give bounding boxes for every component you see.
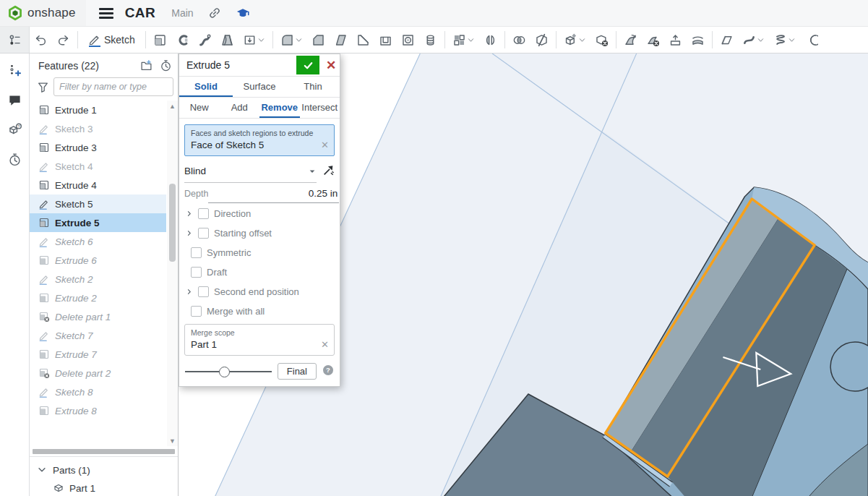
toolbar-mirror-button[interactable] bbox=[479, 27, 502, 53]
rail-featurescript-help-button[interactable]: ? bbox=[8, 123, 22, 137]
filter-input[interactable] bbox=[53, 77, 173, 96]
feature-item[interactable]: Extrude 4 bbox=[30, 176, 166, 194]
chevron-down-icon[interactable] bbox=[257, 36, 265, 44]
tab-remove[interactable]: Remove bbox=[259, 98, 300, 118]
chevron-down-icon[interactable] bbox=[757, 36, 765, 44]
workspace-name[interactable]: Main bbox=[171, 7, 193, 19]
selection-field[interactable]: Faces and sketch regions to extrude Face… bbox=[184, 124, 335, 156]
checkbox[interactable] bbox=[198, 208, 209, 219]
toolbar-thicken-button[interactable] bbox=[239, 27, 270, 53]
feature-item[interactable]: Sketch 5 bbox=[30, 194, 166, 213]
feature-item[interactable]: Extrude 7 bbox=[30, 345, 166, 364]
clear-merge-scope-icon[interactable]: ✕ bbox=[321, 339, 329, 350]
checkbox[interactable] bbox=[191, 306, 202, 317]
share-link-icon[interactable] bbox=[208, 7, 221, 20]
feature-item[interactable]: Extrude 8 bbox=[30, 401, 166, 420]
feature-item[interactable]: Extrude 3 bbox=[30, 138, 166, 157]
toolbar-plane-button[interactable] bbox=[716, 27, 738, 53]
rollback-bar[interactable] bbox=[33, 449, 175, 454]
toolbar-curve-button[interactable] bbox=[800, 27, 822, 53]
toolbar-chamfer-button[interactable] bbox=[307, 27, 330, 53]
feature-item[interactable]: Delete part 2 bbox=[30, 364, 166, 382]
onshape-logo[interactable]: onshape bbox=[0, 0, 86, 26]
toolbar-replace-face-button[interactable] bbox=[664, 27, 687, 53]
tab-solid[interactable]: Solid bbox=[179, 77, 233, 97]
feature-item[interactable]: Sketch 3 bbox=[30, 119, 166, 138]
tab-surface[interactable]: Surface bbox=[233, 77, 286, 97]
toolbar-revolve-button[interactable] bbox=[171, 27, 194, 53]
feature-item[interactable]: Sketch 4 bbox=[30, 157, 166, 176]
chevron-right-icon[interactable] bbox=[186, 288, 193, 296]
checkbox[interactable] bbox=[198, 228, 209, 239]
depth-input[interactable] bbox=[208, 185, 339, 203]
tab-new[interactable]: New bbox=[179, 98, 220, 118]
scroll-up-icon[interactable]: ▲ bbox=[167, 101, 178, 111]
flip-direction-button[interactable] bbox=[322, 164, 335, 179]
rail-insert-plus-button[interactable] bbox=[8, 64, 22, 77]
toolbar-fillet-button[interactable] bbox=[276, 27, 307, 53]
feature-item[interactable]: Sketch 2 bbox=[30, 270, 166, 288]
toolbar-loft-button[interactable] bbox=[216, 27, 239, 53]
chevron-right-icon[interactable] bbox=[186, 210, 193, 218]
checkbox[interactable] bbox=[191, 247, 202, 258]
toolbar-extrude-button[interactable] bbox=[149, 27, 171, 53]
toolbar-delete-part-button[interactable] bbox=[590, 27, 613, 53]
document-menu-icon[interactable] bbox=[99, 6, 113, 21]
toolbar-redo-button[interactable] bbox=[52, 27, 74, 53]
toolbar-sweep-button[interactable] bbox=[194, 27, 216, 53]
new-folder-icon[interactable] bbox=[140, 59, 152, 72]
toolbar-split-button[interactable] bbox=[530, 27, 553, 53]
preview-slider-handle[interactable] bbox=[219, 367, 230, 377]
toolbar-fill-surface-button[interactable] bbox=[738, 27, 769, 53]
toolbar-boolean-button[interactable] bbox=[508, 27, 530, 53]
rail-stopwatch-button[interactable] bbox=[8, 153, 22, 166]
rail-comment-button[interactable] bbox=[8, 93, 22, 107]
chevron-down-icon[interactable] bbox=[578, 36, 586, 44]
feature-item[interactable]: Extrude 1 bbox=[30, 101, 166, 119]
help-icon[interactable]: ? bbox=[322, 364, 334, 378]
parts-section-header[interactable]: Parts (1) bbox=[30, 461, 178, 479]
toolbar-thread-button[interactable] bbox=[419, 27, 442, 53]
toolbar-offset-surface-button[interactable] bbox=[687, 27, 709, 53]
toolbar-rib-button[interactable] bbox=[352, 27, 374, 53]
toolbar-linear-pattern-button[interactable] bbox=[448, 27, 479, 53]
chevron-down-icon[interactable] bbox=[467, 36, 475, 44]
chevron-down-icon[interactable] bbox=[788, 36, 796, 44]
accept-button[interactable] bbox=[296, 56, 319, 74]
toolbar-feature-list-toggle-button[interactable] bbox=[0, 27, 30, 53]
clear-selection-icon[interactable]: ✕ bbox=[321, 140, 329, 150]
filter-icon[interactable] bbox=[37, 81, 49, 93]
merge-scope-field[interactable]: Merge scope Part 1 ✕ bbox=[184, 324, 335, 356]
scroll-down-icon[interactable]: ▼ bbox=[167, 435, 178, 446]
end-condition-dropdown[interactable]: Blind bbox=[184, 161, 317, 183]
final-button[interactable]: Final bbox=[278, 363, 317, 380]
learning-center-icon[interactable] bbox=[236, 6, 250, 20]
toolbar-draft-button[interactable] bbox=[330, 27, 352, 53]
preview-slider[interactable] bbox=[185, 366, 272, 377]
toolbar-undo-button[interactable] bbox=[30, 27, 52, 53]
tab-add[interactable]: Add bbox=[220, 98, 260, 118]
feature-list-scrollbar[interactable]: ▲ ▼ bbox=[167, 101, 178, 446]
toolbar-shell-button[interactable] bbox=[374, 27, 397, 53]
toolbar-helix-button[interactable] bbox=[769, 27, 800, 53]
scrollbar-thumb[interactable] bbox=[169, 184, 176, 262]
feature-statistics-icon[interactable] bbox=[160, 59, 172, 72]
tab-thin[interactable]: Thin bbox=[286, 77, 340, 97]
feature-item[interactable]: Delete part 1 bbox=[30, 307, 166, 326]
checkbox[interactable] bbox=[198, 286, 209, 297]
toolbar-sketch-button[interactable]: Sketch bbox=[81, 27, 142, 53]
cancel-button[interactable]: ✕ bbox=[322, 56, 340, 74]
feature-item[interactable]: Extrude 2 bbox=[30, 288, 166, 307]
toolbar-hole-button[interactable] bbox=[397, 27, 419, 53]
feature-item[interactable]: Sketch 6 bbox=[30, 232, 166, 251]
checkbox[interactable] bbox=[191, 267, 202, 278]
toolbar-move-face-button[interactable] bbox=[619, 27, 642, 53]
toolbar-transform-button[interactable] bbox=[559, 27, 590, 53]
feature-item[interactable]: Extrude 6 bbox=[30, 251, 166, 270]
feature-item[interactable]: Extrude 5 bbox=[30, 213, 166, 232]
tab-intersect[interactable]: Intersect bbox=[300, 98, 340, 118]
feature-item[interactable]: Sketch 7 bbox=[30, 326, 166, 345]
toolbar-delete-face-button[interactable] bbox=[642, 27, 664, 53]
feature-item[interactable]: Sketch 8 bbox=[30, 382, 166, 401]
part-list-item[interactable]: Part 1 bbox=[30, 479, 178, 496]
